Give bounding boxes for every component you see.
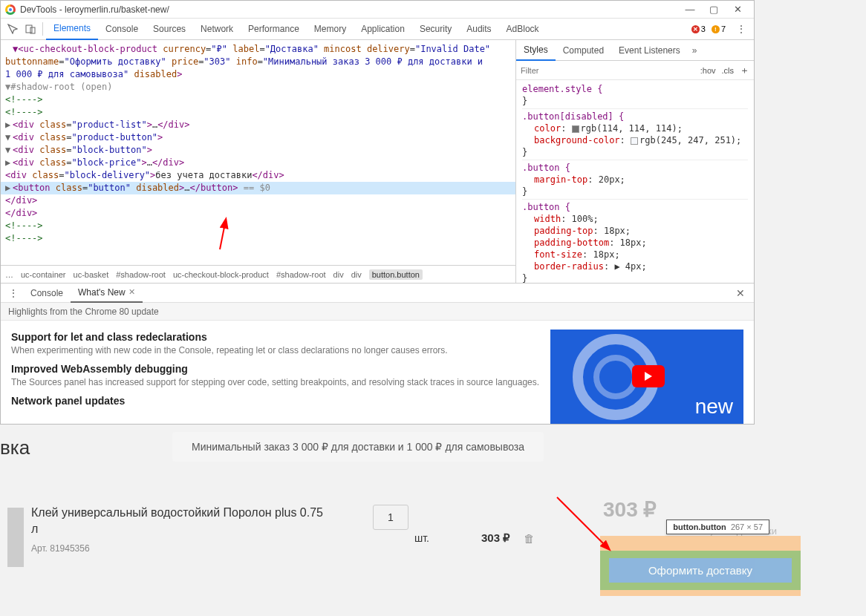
new-rule-icon[interactable]: ＋ xyxy=(740,64,749,77)
tab-console[interactable]: Console xyxy=(98,19,146,40)
styles-tabs: Styles Computed Event Listeners » xyxy=(516,40,754,61)
window-title: DevTools - leroymerlin.ru/basket-new/ xyxy=(20,4,169,15)
more-menu-icon[interactable]: ⋮ xyxy=(732,23,751,35)
drawer-tab-console[interactable]: Console xyxy=(23,288,71,298)
dom-breadcrumb[interactable]: … uc-container uc-basket #shadow-root uc… xyxy=(1,265,515,283)
styles-filter-input[interactable] xyxy=(521,66,694,75)
warning-count[interactable]: !7 xyxy=(712,24,726,33)
product-name: Клей универсальный водостойкий Поролон p… xyxy=(31,505,328,537)
product-code: Арт. 81945356 xyxy=(31,543,328,554)
cls-toggle[interactable]: .cls xyxy=(722,66,735,75)
product-image xyxy=(7,508,24,567)
maximize-button[interactable]: ▢ xyxy=(702,4,726,15)
row-price: 303 ₽ xyxy=(481,531,510,545)
svg-line-3 xyxy=(220,220,226,249)
tab-event-listeners[interactable]: Event Listeners xyxy=(611,40,688,61)
devtools-main-tabs: Elements Console Sources Network Perform… xyxy=(1,19,754,40)
devtools-window: DevTools - leroymerlin.ru/basket-new/ — … xyxy=(0,0,755,425)
selected-dom-node[interactable]: ▶<button class="button" disabled>…</butt… xyxy=(1,182,515,194)
svg-line-0 xyxy=(557,497,609,549)
close-icon[interactable]: ✕ xyxy=(128,287,135,297)
drawer-menu-icon[interactable]: ⋮ xyxy=(4,287,23,299)
tab-memory[interactable]: Memory xyxy=(307,19,354,40)
tab-application[interactable]: Application xyxy=(354,19,412,40)
youtube-play-icon[interactable] xyxy=(632,365,665,387)
svg-rect-1 xyxy=(26,25,32,33)
whats-new-content: Support for let and class redeclarations… xyxy=(1,321,550,424)
close-button[interactable]: ✕ xyxy=(726,4,749,15)
quantity-unit: шт. xyxy=(414,532,429,544)
device-toolbar-icon[interactable] xyxy=(22,20,39,38)
min-order-notice: Минимальный заказ 3 000 ₽ для доставки и… xyxy=(172,432,544,462)
highlights-header: Highlights from the Chrome 80 update xyxy=(1,303,754,321)
hov-toggle[interactable]: :hov xyxy=(700,66,716,75)
drawer-tab-whatsnew[interactable]: What's New✕ xyxy=(71,284,143,303)
window-titlebar: DevTools - leroymerlin.ru/basket-new/ — … xyxy=(1,1,754,19)
styles-more-icon[interactable]: » xyxy=(688,45,702,56)
tab-audits[interactable]: Audits xyxy=(459,19,498,40)
inspect-element-icon[interactable] xyxy=(4,20,22,38)
tab-network[interactable]: Network xyxy=(193,19,241,40)
tab-sources[interactable]: Sources xyxy=(146,19,193,40)
tab-adblock[interactable]: AdBlock xyxy=(499,19,547,40)
video-thumbnail[interactable]: new xyxy=(550,330,743,424)
tab-elements[interactable]: Elements xyxy=(46,19,98,40)
tab-computed[interactable]: Computed xyxy=(556,40,611,61)
tab-performance[interactable]: Performance xyxy=(241,19,307,40)
chrome-icon xyxy=(5,4,16,15)
quantity-input[interactable]: 1 xyxy=(373,505,408,530)
minimize-button[interactable]: — xyxy=(678,4,702,15)
tab-security[interactable]: Security xyxy=(412,19,459,40)
element-inspect-tooltip: button.button 267 × 57 xyxy=(666,520,769,534)
error-count[interactable]: ✕3 xyxy=(691,24,706,33)
page-title-fragment: вка xyxy=(0,436,30,459)
tab-styles[interactable]: Styles xyxy=(516,40,556,61)
trash-icon[interactable]: 🗑 xyxy=(524,532,535,545)
css-rules-list[interactable]: element.style { } .button[disabled] { co… xyxy=(516,80,754,283)
dom-tree[interactable]: ▼<uc-checkout-block-product currency="₽"… xyxy=(1,40,515,265)
drawer-close-icon[interactable]: ✕ xyxy=(730,287,751,299)
